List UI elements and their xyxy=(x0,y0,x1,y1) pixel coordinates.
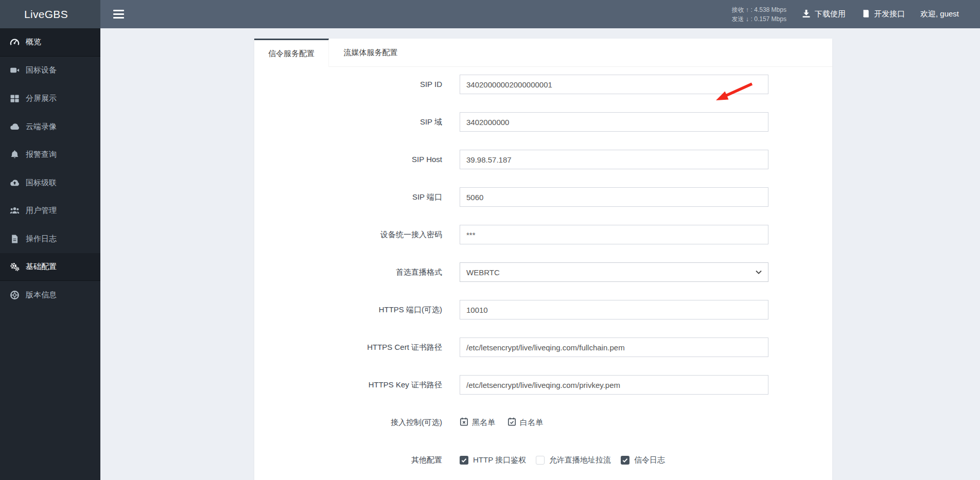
https-cert-path-field[interactable] xyxy=(460,337,768,357)
sidebar-item-file[interactable]: 操作日志 xyxy=(0,225,100,253)
https-key-path-field[interactable] xyxy=(460,375,768,395)
hamburger-icon xyxy=(113,10,124,11)
preferred-live-format-select-label: 首选直播格式 xyxy=(254,262,442,282)
arrow-up-icon: ↑ xyxy=(746,6,749,13)
checked-checkbox[interactable] xyxy=(460,456,468,465)
other-config-row-label: 其他配置 xyxy=(254,450,442,470)
welcome-user-label[interactable]: 欢迎, guest xyxy=(920,9,959,19)
sidebar-item-label: 版本信息 xyxy=(26,290,57,300)
download-link[interactable]: 下载使用 xyxy=(802,9,846,20)
api-docs-link[interactable]: 开发接口 xyxy=(861,9,905,20)
sidebar-item-grid[interactable]: 分屏展示 xyxy=(0,84,100,113)
chevron-down-icon xyxy=(755,268,763,276)
form-control xyxy=(460,337,768,357)
sip-id-field[interactable] xyxy=(460,75,768,94)
file-icon xyxy=(9,234,20,244)
grid-icon xyxy=(9,93,20,103)
sidebar-toggle-button[interactable] xyxy=(107,0,130,28)
whitelist-link-label: 白名单 xyxy=(520,418,543,428)
sidebar-item-users[interactable]: 用户管理 xyxy=(0,197,100,225)
recv-rate: 接收 ↑ : 4.538 Mbps xyxy=(731,5,786,14)
sip-port-field[interactable] xyxy=(460,187,768,207)
form-row-preferred-live-format-select: 首选直播格式 WEBRTC xyxy=(254,262,832,282)
life-ring-icon xyxy=(9,290,20,300)
sip-domain-field[interactable] xyxy=(460,112,768,132)
form-row-sip-port-field: SIP 端口 xyxy=(254,187,832,207)
form-row-https-key-path-field: HTTPS Key 证书路径 xyxy=(254,375,832,395)
arrow-down-icon: ↓ xyxy=(746,15,749,23)
video-camera-icon xyxy=(9,65,20,76)
allow-pull-checkbox[interactable]: 允许直播地址拉流 xyxy=(536,455,611,465)
http-auth-checkbox-label: HTTP 接口鉴权 xyxy=(473,455,526,465)
form-control xyxy=(460,375,768,395)
form-control xyxy=(460,225,768,244)
signal-log-checkbox[interactable]: 信令日志 xyxy=(621,455,665,465)
sip-port-field-label: SIP 端口 xyxy=(254,187,442,207)
sidebar-item-label: 报警查询 xyxy=(26,150,57,159)
form-control: 黑名单 白名单 xyxy=(460,413,768,432)
device-password-field-label: 设备统一接入密码 xyxy=(254,225,442,244)
send-rate: 发送 ↓ : 0.157 Mbps xyxy=(731,14,786,24)
unchecked-checkbox[interactable] xyxy=(536,456,545,465)
blacklist-link[interactable]: 黑名单 xyxy=(460,417,495,428)
device-password-field[interactable] xyxy=(460,225,768,244)
http-auth-checkbox[interactable]: HTTP 接口鉴权 xyxy=(460,455,526,465)
app-logo[interactable]: LiveGBS xyxy=(0,0,100,28)
sidebar-item-video-camera[interactable]: 国标设备 xyxy=(0,57,100,85)
access-control-row-label: 接入控制(可选) xyxy=(254,413,442,432)
sidebar-item-label: 分屏展示 xyxy=(26,94,57,103)
sidebar-item-label: 基础配置 xyxy=(26,262,57,272)
form-control: HTTP 接口鉴权 允许直播地址拉流 信令日志 xyxy=(460,450,768,470)
https-port-field-label: HTTPS 端口(可选) xyxy=(254,300,442,319)
tab-media-service-config[interactable]: 流媒体服务配置 xyxy=(329,39,412,67)
form-row-device-password-field: 设备统一接入密码 xyxy=(254,225,832,244)
sidebar-item-cloud-upload[interactable]: 国标级联 xyxy=(0,169,100,197)
form-control xyxy=(460,187,768,207)
hamburger-icon xyxy=(113,17,124,19)
sidebar-item-cloud[interactable]: 云端录像 xyxy=(0,113,100,141)
form-row-other-config-row: 其他配置 HTTP 接口鉴权 允许直播地址拉流 信令日志 xyxy=(254,450,832,470)
sidebar-item-gauge[interactable]: 概览 xyxy=(0,28,100,57)
gauge-icon xyxy=(9,37,20,47)
sidebar-item-label: 用户管理 xyxy=(26,206,57,216)
sidebar-item-label: 云端录像 xyxy=(26,122,57,132)
form-row-sip-host-field: SIP Host xyxy=(254,150,832,169)
sip-host-field[interactable] xyxy=(460,150,768,169)
api-docs-link-label: 开发接口 xyxy=(874,9,905,19)
sidebar-item-label: 国标设备 xyxy=(26,65,57,75)
tab-signal-service-config[interactable]: 信令服务配置 xyxy=(254,39,329,67)
sidebar-item-bell[interactable]: 报警查询 xyxy=(0,140,100,169)
checked-checkbox[interactable] xyxy=(621,456,629,465)
cloud-upload-icon xyxy=(9,177,20,188)
form-row-sip-id-field: SIP ID xyxy=(254,75,832,94)
config-tabs: 信令服务配置流媒体服务配置 xyxy=(254,39,832,67)
hamburger-icon xyxy=(113,13,124,15)
select-value: WEBRTC xyxy=(466,268,500,277)
sip-domain-field-label: SIP 域 xyxy=(254,112,442,132)
sidebar-menu: 概览 国标设备 分屏展示 云端录像 报警查询 国标级联 用户管理 操作日志 基础… xyxy=(0,28,100,480)
gears-icon xyxy=(9,262,20,272)
form-control xyxy=(460,300,768,319)
content-area: 信令服务配置流媒体服务配置 SIP ID SIP 域 SIP Host SIP … xyxy=(100,28,980,480)
bell-icon xyxy=(9,150,20,160)
calendar-check-icon xyxy=(507,417,516,428)
users-icon xyxy=(9,206,20,216)
blacklist-link-label: 黑名单 xyxy=(472,418,495,428)
https-port-field[interactable] xyxy=(460,300,768,319)
tab-label: 信令服务配置 xyxy=(268,49,314,59)
allow-pull-checkbox-label: 允许直播地址拉流 xyxy=(549,455,611,465)
sidebar-item-gears[interactable]: 基础配置 xyxy=(0,253,100,281)
sidebar-item-label: 操作日志 xyxy=(26,234,57,244)
form-control xyxy=(460,150,768,169)
tab-label: 流媒体服务配置 xyxy=(344,48,398,58)
top-navbar: LiveGBS 接收 ↑ : 4.538 Mbps 发送 ↓ : 0.157 M… xyxy=(0,0,980,28)
sidebar-item-life-ring[interactable]: 版本信息 xyxy=(0,281,100,309)
signal-config-form: SIP ID SIP 域 SIP Host SIP 端口 设备统一接入密码 首选… xyxy=(254,67,832,470)
whitelist-link[interactable]: 白名单 xyxy=(507,417,543,428)
form-control xyxy=(460,112,768,132)
preferred-live-format-select[interactable]: WEBRTC xyxy=(460,262,768,282)
sip-id-field-label: SIP ID xyxy=(254,75,442,94)
book-icon xyxy=(861,9,870,20)
form-control xyxy=(460,75,768,94)
form-row-https-cert-path-field: HTTPS Cert 证书路径 xyxy=(254,337,832,357)
